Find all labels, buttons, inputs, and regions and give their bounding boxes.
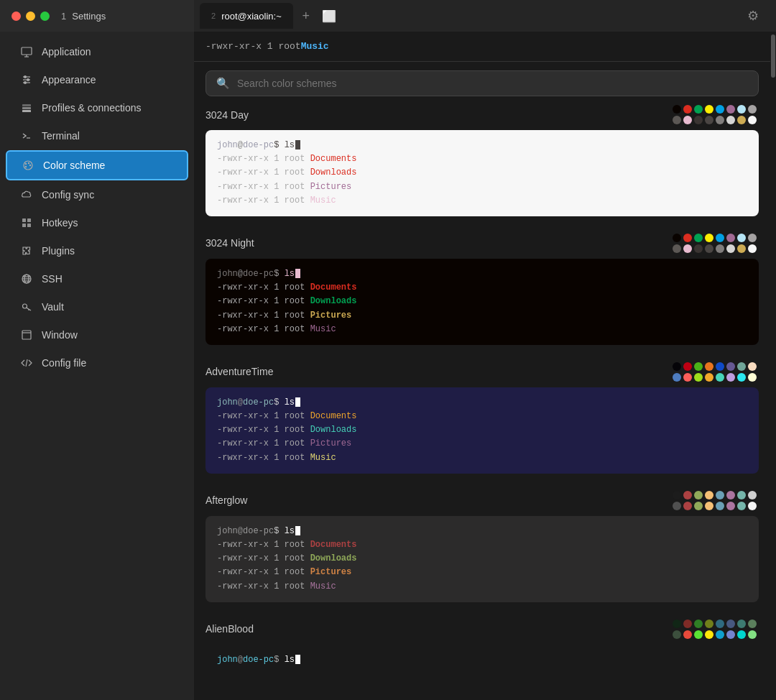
- color-swatch: [694, 491, 703, 499]
- svg-rect-11: [22, 110, 31, 112]
- scheme-name: Afterglow: [205, 494, 247, 506]
- color-swatch: [737, 491, 746, 499]
- color-swatch: [673, 244, 681, 253]
- scheme-header: 3024 Night: [205, 234, 759, 253]
- color-swatch: [748, 244, 757, 253]
- prompt-icon: [20, 129, 33, 142]
- scheme-card[interactable]: 3024 Dayjohn@doe-pc$ ls-rwxr-xr-x 1 root…: [205, 105, 759, 216]
- color-swatch: [748, 502, 757, 510]
- color-swatches: [673, 362, 759, 382]
- key-icon: [20, 300, 33, 313]
- color-swatch: [694, 502, 703, 510]
- terminal-preview: john@doe-pc$ ls-rwxr-xr-x 1 root Documen…: [205, 130, 759, 216]
- tab-terminal[interactable]: 2 root@xiaolin:~: [200, 3, 293, 29]
- color-swatch: [716, 373, 724, 382]
- color-swatch: [683, 244, 692, 253]
- color-swatch: [694, 362, 703, 371]
- color-swatch: [737, 502, 746, 510]
- color-swatch: [694, 373, 703, 382]
- color-swatch: [705, 491, 713, 499]
- color-swatch: [673, 234, 681, 242]
- color-swatch: [694, 630, 703, 639]
- close-button[interactable]: [11, 11, 21, 21]
- scheme-header: AlienBlood: [205, 620, 759, 639]
- title-bar-left: 1 Settings: [0, 11, 194, 22]
- svg-rect-9: [22, 104, 31, 106]
- color-swatch: [737, 105, 746, 114]
- window-layout-icon[interactable]: ⬜: [322, 9, 336, 23]
- color-swatch: [683, 373, 692, 382]
- tab-terminal-label: root@xiaolin:~: [221, 11, 282, 22]
- color-swatch: [716, 502, 724, 510]
- color-swatch: [748, 362, 757, 371]
- color-swatches: [673, 491, 759, 510]
- color-swatch: [683, 491, 692, 499]
- color-swatch: [748, 620, 757, 628]
- svg-point-13: [24, 161, 32, 170]
- sidebar-item-config-file[interactable]: Config file: [6, 349, 188, 377]
- color-swatch: [694, 116, 703, 124]
- sidebar-item-label-hotkeys: Hotkeys: [42, 217, 78, 229]
- color-swatch: [673, 116, 681, 124]
- svg-rect-18: [22, 218, 26, 222]
- sidebar-item-label-window: Window: [42, 329, 78, 341]
- main-layout: ApplicationAppearanceProfiles & connecti…: [0, 32, 776, 700]
- scheme-card[interactable]: 3024 Nightjohn@doe-pc$ ls-rwxr-xr-x 1 ro…: [205, 234, 759, 345]
- sidebar-item-vault[interactable]: Vault: [6, 293, 188, 321]
- sidebar-item-ssh[interactable]: SSH: [6, 265, 188, 293]
- maximize-button[interactable]: [40, 11, 50, 21]
- sidebar-item-config-sync[interactable]: Config sync: [6, 181, 188, 208]
- color-swatch: [673, 105, 681, 114]
- monitor-icon: [20, 45, 33, 58]
- code-icon: [20, 356, 33, 369]
- color-swatch: [716, 362, 724, 371]
- color-swatch: [726, 362, 735, 371]
- color-swatch: [683, 234, 692, 242]
- color-swatch: [683, 362, 692, 371]
- schemes-list: 3024 Dayjohn@doe-pc$ ls-rwxr-xr-x 1 root…: [194, 105, 770, 700]
- sidebar-item-color-scheme[interactable]: Color scheme: [6, 150, 188, 180]
- sidebar-item-label-terminal: Terminal: [42, 130, 80, 142]
- svg-rect-19: [27, 218, 31, 222]
- scheme-name: 3024 Night: [205, 237, 254, 249]
- sidebar-item-window[interactable]: Window: [6, 321, 188, 349]
- sidebar-item-label-config-sync: Config sync: [42, 189, 94, 201]
- scheme-card[interactable]: Afterglowjohn@doe-pc$ ls-rwxr-xr-x 1 roo…: [205, 491, 759, 602]
- scrollbar[interactable]: [770, 32, 776, 700]
- color-swatch: [726, 491, 735, 499]
- color-swatch: [737, 116, 746, 124]
- sidebar-item-appearance[interactable]: Appearance: [6, 66, 188, 93]
- scheme-card[interactable]: AlienBloodjohn@doe-pc$ ls: [205, 620, 759, 676]
- search-wrapper: 🔍: [205, 70, 759, 96]
- minimize-button[interactable]: [26, 11, 35, 21]
- traffic-lights: [11, 11, 50, 21]
- color-swatch: [737, 234, 746, 242]
- color-swatch: [705, 630, 713, 639]
- sidebar-item-terminal[interactable]: Terminal: [6, 122, 188, 149]
- sidebar-item-plugins[interactable]: Plugins: [6, 237, 188, 264]
- title-bar: 1 Settings 2 root@xiaolin:~ + ⬜ ⚙: [0, 0, 776, 32]
- settings-tab-num: 1: [61, 11, 66, 22]
- color-swatch: [673, 630, 681, 639]
- tab-terminal-num: 2: [211, 11, 216, 20]
- terminal-preview: john@doe-pc$ ls-rwxr-xr-x 1 root Documen…: [205, 387, 759, 474]
- sidebar-item-application[interactable]: Application: [6, 38, 188, 65]
- color-swatches: [673, 620, 759, 639]
- color-swatch: [716, 491, 724, 499]
- search-input[interactable]: [237, 78, 748, 89]
- sidebar-item-profiles[interactable]: Profiles & connections: [6, 94, 188, 121]
- sliders-icon: [20, 73, 33, 86]
- color-swatch: [737, 373, 746, 382]
- scheme-header: 3024 Day: [205, 105, 759, 124]
- color-swatch: [748, 116, 757, 124]
- color-swatch: [716, 244, 724, 253]
- new-tab-button[interactable]: +: [296, 6, 316, 26]
- scrollbar-thumb[interactable]: [771, 34, 775, 78]
- color-swatch: [705, 244, 713, 253]
- color-swatch: [726, 620, 735, 628]
- palette-icon: [22, 159, 34, 172]
- sidebar-item-hotkeys[interactable]: Hotkeys: [6, 209, 188, 236]
- settings-gear-icon[interactable]: ⚙: [736, 8, 770, 24]
- color-swatch: [748, 373, 757, 382]
- scheme-card[interactable]: AdventureTimejohn@doe-pc$ ls-rwxr-xr-x 1…: [205, 362, 759, 474]
